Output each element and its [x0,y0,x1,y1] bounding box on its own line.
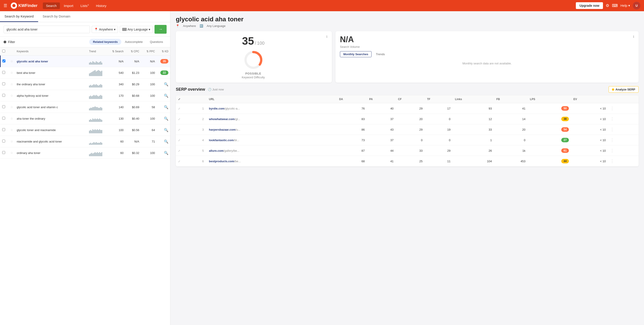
kd-search-icon[interactable]: 🔍 [164,94,168,98]
trend-bar [99,129,100,133]
kd-search-icon[interactable]: 🔍 [164,117,168,121]
serp-tf: 29 [425,145,453,156]
serp-more-icon[interactable]: ⋮ [610,127,614,132]
tab-search-domain[interactable]: Search by Domain [38,11,75,22]
kd-search-icon[interactable]: 🔍 [164,140,168,143]
star-icon[interactable]: ☆ [10,60,13,63]
star-icon[interactable]: ☆ [10,140,13,143]
serp-domain: bestproducts.com [209,160,234,163]
serp-more-icon[interactable]: ⋮ [610,138,614,142]
serp-expand-cell[interactable]: ⤢ [176,124,200,135]
serp-url[interactable]: harpersbazaar.com/u... [207,124,337,135]
serp-url[interactable]: whowhatwear.com/gl... [207,114,337,124]
ktype-questions[interactable]: Questions [146,39,166,45]
settings-icon[interactable]: ⚙ [606,3,609,8]
keyword-table-wrap: Keywords Trend ⇅Search ⇅CPC ⇅PPC ⇅KD ☆ g… [0,47,170,325]
row-checkbox[interactable] [2,82,5,85]
kd-search-icon[interactable]: 🔍 [164,128,168,132]
serp-tf: 0 [425,114,453,124]
serp-url[interactable]: byrdie.com/glycolic-a... [207,103,337,114]
tab-search-keyword[interactable]: Search by Keyword [0,11,38,22]
row-checkbox[interactable] [2,140,5,143]
serp-url[interactable]: bestproducts.com/be... [207,156,337,167]
upgrade-button[interactable]: Upgrade now [576,2,603,9]
filter-toggle[interactable]: Filter [4,40,15,44]
table-row[interactable]: ☆ ordinary aha toner 60 $0.32 100 🔍 [0,147,170,159]
serp-col-actions [608,95,638,103]
table-row[interactable]: ☆ the ordinary aha toner 340 $0.29 100 🔍 [0,79,170,90]
serp-expand-cell[interactable]: ⤢ [176,156,200,167]
row-checkbox[interactable] [2,117,5,120]
serp-url[interactable]: allure.com/gallery/be... [207,145,337,156]
keyword-input[interactable] [4,26,90,33]
table-row[interactable]: ☆ glycolic toner and niacinamide 100 $0.… [0,124,170,136]
tab-trends[interactable]: Trends [372,51,388,57]
keyword-name: best aha toner [17,71,36,75]
analyze-serp-button[interactable]: Analyze SERP [608,86,638,93]
serp-more-icon[interactable]: ⋮ [610,148,614,153]
row-checkbox[interactable] [2,71,5,74]
nav-search[interactable]: Search [43,3,60,9]
table-row[interactable]: ☆ best aha toner 540 $1.23 100 22 [0,67,170,79]
table-row[interactable]: ☆ aha toner the ordinary 130 $0.40 100 🔍 [0,113,170,124]
kd-search-icon[interactable]: 🔍 [164,151,168,155]
serp-expand-cell[interactable]: ⤢ [176,114,200,124]
star-icon[interactable]: ☆ [10,105,13,109]
kd-info-icon[interactable]: ℹ [326,35,328,38]
expand-row-icon: ⤢ [178,149,180,152]
serp-time: 🕐 Just now [208,88,224,91]
location-select[interactable]: 📍 Anywhere ▾ [92,26,118,33]
keyboard-icon[interactable]: ⌨ [612,3,618,8]
trend-bar [91,86,92,88]
tab-monthly-searches[interactable]: Monthly Searches [340,51,372,57]
help-button[interactable]: Help ▾ [620,4,630,8]
star-icon[interactable]: ☆ [10,128,13,132]
search-go-button[interactable]: → [154,25,166,34]
star-icon[interactable]: ☆ [10,82,13,86]
avatar[interactable]: U [633,2,640,10]
search-volume-cell: 540 [110,67,125,79]
col-kd: KD [164,50,168,53]
volume-info-icon[interactable]: ℹ [633,35,634,38]
ppc-cell: 58 [141,101,157,113]
star-icon[interactable]: ☆ [10,117,13,120]
table-row[interactable]: ☆ niacinamide and glycolic acid toner 60… [0,136,170,147]
row-checkbox[interactable] [2,128,5,131]
kd-search-icon[interactable]: 🔍 [164,105,168,109]
ktype-autocomplete[interactable]: Autocomplete [121,39,146,45]
star-icon[interactable]: ☆ [10,71,13,75]
hamburger-icon[interactable]: ☰ [4,3,7,8]
row-checkbox[interactable] [2,151,5,154]
table-row[interactable]: ☆ glycolic acid aha toner N/A N/A N/A 35 [0,56,170,67]
nav-import[interactable]: Import [61,3,77,9]
serp-expand-cell[interactable]: ⤢ [176,135,200,145]
row-checkbox[interactable] [2,105,5,108]
serp-more-icon[interactable]: ⋮ [610,159,614,163]
serp-expand-cell[interactable]: ⤢ [176,103,200,114]
search-volume-cell: 140 [110,101,125,113]
ppc-cell: 100 [141,67,157,79]
ktype-related[interactable]: Related keywords [89,39,121,45]
table-row[interactable]: ☆ glycolic acid toner and vitamin c 140 … [0,101,170,113]
table-row[interactable]: ☆ alpha hydroxy acid toner 170 $0.68 100… [0,90,170,101]
select-all-checkbox[interactable] [2,50,5,53]
trend-bar [89,143,90,145]
language-select[interactable]: Any Language ▾ [120,26,153,33]
serp-domain: harpersbazaar.com [209,128,236,131]
row-checkbox[interactable] [2,94,5,97]
star-icon[interactable]: ☆ [10,151,13,155]
serp-expand-cell[interactable]: ⤢ [176,145,200,156]
serp-path: /gallery/be... [224,149,240,152]
serp-lps: 38 [528,114,571,124]
serp-url[interactable]: lookfantastic.com/bl... [207,135,337,145]
star-icon[interactable]: ☆ [10,94,13,97]
row-checkbox[interactable] [2,60,6,62]
nav-history[interactable]: History [93,3,110,9]
serp-more-icon[interactable]: ⋮ [610,106,614,111]
nav-lists[interactable]: Lists0 [77,3,92,9]
trend-bar [99,143,100,145]
serp-more-icon[interactable]: ⋮ [610,117,614,121]
location-chevron-icon: ▾ [114,28,116,31]
serp-cf: 0 [396,135,425,145]
kd-search-icon[interactable]: 🔍 [164,82,168,86]
